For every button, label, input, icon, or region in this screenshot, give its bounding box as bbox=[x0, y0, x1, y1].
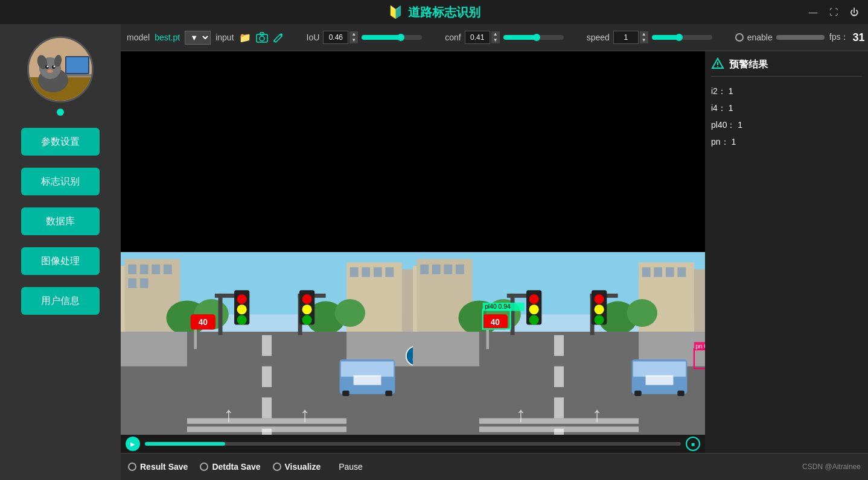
conf-arrows[interactable]: ▲ ▼ bbox=[491, 31, 500, 43]
panel-title-text: 预警结果 bbox=[729, 58, 768, 71]
enable-slider[interactable] bbox=[776, 35, 825, 40]
svg-point-56 bbox=[302, 315, 312, 324]
video-bottom-left: ↑ ↑ 40 🚲 水印 bbox=[121, 252, 413, 453]
conf-slider-fill bbox=[503, 35, 537, 40]
iou-arrows[interactable]: ▲ ▼ bbox=[349, 31, 358, 43]
svg-point-112 bbox=[595, 305, 604, 314]
visualize-label: Visualize bbox=[285, 462, 321, 472]
speed-down[interactable]: ▼ bbox=[640, 37, 648, 43]
model-value: best.pt bbox=[155, 33, 180, 42]
svg-rect-69 bbox=[385, 391, 392, 396]
iou-label: IoU bbox=[307, 33, 320, 42]
conf-slider[interactable] bbox=[503, 35, 564, 40]
sidebar-btn-params[interactable]: 参数设置 bbox=[21, 128, 100, 156]
svg-point-98 bbox=[627, 299, 658, 327]
svg-rect-124 bbox=[633, 361, 686, 376]
result-pl40-label: pl40： bbox=[711, 120, 735, 130]
svg-point-106 bbox=[529, 305, 539, 314]
enable-slider-fill bbox=[776, 35, 825, 40]
toolbar: model best.pt ▼ input 📁 IoU 0.46 ▲ ▼ bbox=[121, 24, 868, 51]
svg-point-11 bbox=[47, 69, 53, 73]
pen-icon[interactable] bbox=[273, 29, 284, 46]
model-label: model bbox=[127, 33, 150, 42]
visualize-option[interactable]: Visualize bbox=[273, 462, 321, 472]
stop-button[interactable]: ■ bbox=[686, 437, 700, 451]
svg-point-144 bbox=[717, 66, 718, 68]
title-text: 道路标志识别 bbox=[408, 4, 480, 21]
svg-rect-126 bbox=[677, 391, 684, 396]
minimize-button[interactable]: — bbox=[809, 7, 817, 17]
conf-value[interactable]: 0.41 bbox=[465, 31, 490, 44]
sidebar-btn-imgproc[interactable]: 图像处理 bbox=[21, 247, 100, 275]
iou-section: IoU 0.46 ▲ ▼ bbox=[307, 31, 423, 44]
svg-rect-27 bbox=[140, 265, 148, 274]
conf-up[interactable]: ▲ bbox=[491, 31, 500, 37]
svg-point-107 bbox=[529, 315, 539, 324]
svg-rect-59 bbox=[262, 397, 272, 418]
speed-slider[interactable] bbox=[652, 35, 712, 40]
status-indicator bbox=[57, 109, 64, 116]
speed-arrows[interactable]: ▲ ▼ bbox=[640, 31, 648, 43]
camera-icon[interactable] bbox=[256, 29, 268, 46]
play-button[interactable]: ▶ bbox=[126, 437, 140, 451]
svg-rect-43 bbox=[121, 332, 187, 366]
detdta-save-checkbox[interactable] bbox=[200, 463, 208, 471]
svg-rect-85 bbox=[420, 265, 429, 274]
svg-rect-120 bbox=[479, 418, 639, 424]
folder-icon[interactable]: 📁 bbox=[239, 29, 251, 46]
avatar bbox=[27, 36, 94, 103]
fps-value: 31 bbox=[852, 31, 864, 44]
right-panel: 预警结果 i2： 1 i4： 1 pl40： 1 pn： 1 bbox=[705, 51, 868, 453]
result-pl40: pl40： 1 bbox=[711, 120, 862, 131]
visualize-checkbox[interactable] bbox=[273, 463, 281, 471]
video-top-left bbox=[121, 51, 413, 252]
svg-rect-127 bbox=[646, 375, 674, 385]
iou-value[interactable]: 0.46 bbox=[323, 31, 348, 44]
speed-value[interactable]: 1 bbox=[613, 31, 639, 44]
svg-rect-28 bbox=[152, 265, 160, 274]
svg-rect-67 bbox=[341, 361, 394, 376]
video-bottom-right: ↑ ↑ 40 pl40 0.94 i2 0.92 bbox=[413, 252, 705, 453]
video-top-right-bg bbox=[413, 51, 705, 252]
svg-point-49 bbox=[237, 305, 247, 314]
sidebar-btn-userinfo[interactable]: 用户信息 bbox=[21, 287, 100, 315]
iou-down[interactable]: ▼ bbox=[349, 37, 358, 43]
conf-section: conf 0.41 ▲ ▼ bbox=[445, 31, 563, 44]
iou-up[interactable]: ▲ bbox=[349, 31, 358, 37]
progress-bar[interactable] bbox=[145, 442, 681, 446]
fps-label: fps： bbox=[829, 32, 849, 43]
enable-radio[interactable] bbox=[735, 33, 744, 42]
close-button[interactable]: ⏻ bbox=[850, 7, 858, 17]
result-i4: i4： 1 bbox=[711, 103, 862, 114]
conf-label: conf bbox=[445, 33, 461, 42]
avatar-svg bbox=[29, 38, 94, 103]
svg-point-41 bbox=[335, 299, 366, 327]
input-label: input bbox=[215, 33, 234, 42]
conf-slider-thumb[interactable] bbox=[533, 34, 540, 41]
speed-slider-thumb[interactable] bbox=[675, 34, 683, 41]
result-save-checkbox[interactable] bbox=[128, 463, 136, 471]
iou-slider[interactable] bbox=[362, 35, 422, 40]
title-icon: 🔰 bbox=[388, 5, 403, 19]
detdta-save-option[interactable]: Detdta Save bbox=[200, 462, 260, 472]
svg-rect-16 bbox=[260, 33, 264, 35]
svg-point-111 bbox=[595, 294, 604, 304]
title-bar: 🔰 道路标志识别 — ⛶ ⏻ bbox=[0, 0, 868, 24]
csdn-watermark: CSDN @Aitrainee bbox=[802, 463, 861, 471]
sidebar-btn-database[interactable]: 数据库 bbox=[21, 207, 100, 235]
svg-rect-88 bbox=[456, 265, 464, 274]
model-dropdown[interactable]: ▼ bbox=[185, 31, 211, 45]
svg-point-15 bbox=[260, 36, 264, 41]
svg-rect-125 bbox=[634, 391, 641, 396]
svg-rect-94 bbox=[694, 270, 705, 335]
iou-slider-thumb[interactable] bbox=[397, 34, 404, 41]
result-i4-label: i4： bbox=[711, 103, 726, 113]
sidebar-btn-detect[interactable]: 标志识别 bbox=[21, 168, 100, 195]
speed-label: speed bbox=[587, 33, 610, 42]
result-save-option[interactable]: Result Save bbox=[128, 462, 188, 472]
svg-rect-33 bbox=[350, 267, 359, 277]
conf-down[interactable]: ▼ bbox=[491, 37, 500, 43]
svg-rect-19 bbox=[121, 266, 125, 335]
speed-up[interactable]: ▲ bbox=[640, 31, 648, 37]
maximize-button[interactable]: ⛶ bbox=[829, 7, 838, 17]
